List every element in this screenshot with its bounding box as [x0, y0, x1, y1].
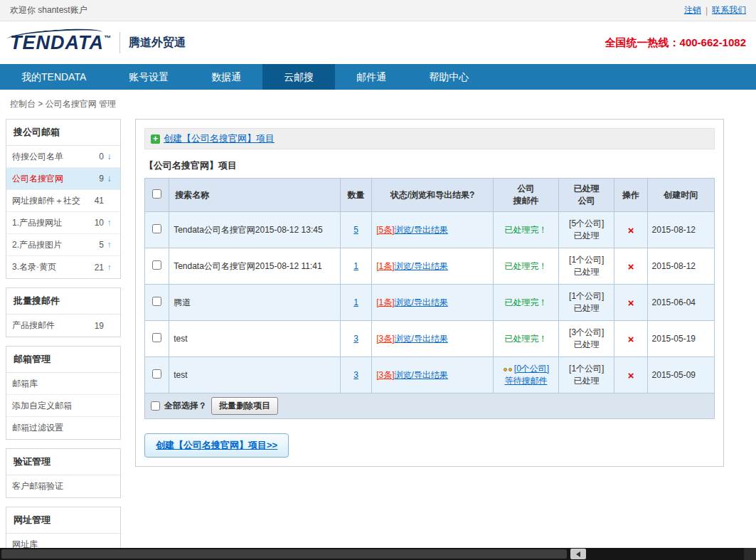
search-name-cell: test	[169, 357, 341, 393]
processed-label: 已处理	[563, 339, 609, 351]
sidebar-item-product-search-email[interactable]: 产品搜邮件 19	[6, 315, 120, 337]
page: 欢迎你 shantest账户 注销 | 联系我们 TENDATA ™ 腾道外贸通…	[0, 0, 756, 560]
sidebar-item-customer-email-verification[interactable]: 客户邮箱验证	[6, 475, 120, 497]
nav-tab-my-tendata[interactable]: 我的TENDATA	[0, 64, 107, 90]
welcome-text: 欢迎你 shantest账户	[10, 4, 87, 16]
sidebar-item-count: 41	[91, 196, 104, 206]
sidebar-item-count: 10	[91, 218, 104, 228]
sidebar-item-label: 邮箱过滤设置	[12, 422, 115, 434]
plus-icon: +	[151, 134, 160, 144]
sidebar-item-label: 1.产品搜网址	[12, 217, 91, 229]
sidebar-item-url-search-social[interactable]: 网址搜邮件＋社交 41	[6, 190, 120, 212]
view-export-link[interactable]: 浏览/导出结果	[395, 225, 448, 235]
quantity-link[interactable]: 5	[353, 225, 358, 235]
delete-icon[interactable]: ×	[628, 224, 634, 236]
nav-tab-cloud-mail-search[interactable]: 云邮搜	[262, 64, 335, 90]
logout-link[interactable]: 注销	[684, 4, 701, 16]
content: 搜公司邮箱 待搜公司名单 0 ↓ 公司名搜官网 9 ↓ 网址搜邮件＋社交 41	[0, 117, 756, 560]
result-count-link[interactable]: [3条]	[376, 334, 394, 344]
quantity-link[interactable]: 1	[353, 261, 358, 271]
batch-delete-button[interactable]: 批量删除项目	[211, 397, 278, 415]
topbar: 欢迎你 shantest账户 注销 | 联系我们	[0, 0, 756, 21]
contact-us-link[interactable]: 联系我们	[712, 4, 746, 16]
sidebar-item-label: 3.名录·黄页	[12, 261, 91, 273]
waiting-label-link[interactable]: 等待搜邮件	[498, 375, 554, 387]
delete-icon[interactable]: ×	[628, 297, 634, 309]
view-export-link[interactable]: 浏览/导出结果	[395, 334, 448, 344]
search-name-cell: test	[169, 321, 341, 357]
delete-icon[interactable]: ×	[628, 369, 634, 381]
mail-status-text: 已处理完！	[504, 297, 547, 307]
result-count-link[interactable]: [1条]	[376, 297, 394, 307]
sidebar-section-batch-search-email: 批量搜邮件 产品搜邮件 19	[6, 287, 121, 337]
quantity-link[interactable]: 3	[353, 370, 358, 380]
create-project-button[interactable]: 创建【公司名搜官网】项目>>	[144, 433, 289, 458]
sidebar-section-title: 批量搜邮件	[6, 288, 120, 315]
mail-status-text: 已处理完！	[504, 225, 547, 235]
select-all-label: 全部选择？	[164, 400, 207, 412]
table-footer: 全部选择？ 批量删除项目	[144, 393, 715, 419]
search-name-cell: Tendata公司名搜官网2015-08-12 11:41	[169, 248, 341, 285]
sidebar-item-label: 公司名搜官网	[12, 173, 91, 185]
arrow-down-icon: ↓	[104, 174, 115, 184]
scrollbar-thumb[interactable]	[1, 549, 567, 559]
sidebar-item-product-search-image[interactable]: 2.产品搜图片 5 ↑	[6, 234, 120, 256]
view-export-link[interactable]: 浏览/导出结果	[395, 261, 448, 271]
hotline-text: 全国统一热线：400-662-1082	[605, 36, 746, 50]
sidebar-item-mailbox-filter-settings[interactable]: 邮箱过滤设置	[6, 417, 120, 439]
row-checkbox[interactable]	[152, 260, 161, 270]
result-count-link[interactable]: [1条]	[376, 261, 394, 271]
main-nav: 我的TENDATA 账号设置 数据通 云邮搜 邮件通 帮助中心	[0, 64, 756, 90]
row-checkbox[interactable]	[152, 369, 161, 379]
main-panel: + 创建【公司名搜官网】项目 【公司名搜官网】项目 搜索名称 数量 状态/浏览和…	[135, 119, 724, 467]
arrow-up-icon: ↑	[104, 240, 115, 250]
nav-tab-help-center[interactable]: 帮助中心	[408, 64, 490, 90]
nav-tab-account-settings[interactable]: 账号设置	[107, 64, 190, 90]
arrow-up-icon: ↑	[104, 218, 115, 228]
header-select-checkbox[interactable]	[152, 189, 161, 199]
delete-icon[interactable]: ×	[628, 333, 634, 345]
row-checkbox[interactable]	[152, 224, 161, 233]
col-header-processed: 已处理 公司	[559, 179, 614, 212]
col-header-company-mail: 公司 搜邮件	[493, 179, 558, 212]
sidebar-item-directory-yellow-pages[interactable]: 3.名录·黄页 21 ↑	[6, 256, 120, 278]
horizontal-scrollbar[interactable]	[0, 548, 756, 560]
delete-icon[interactable]: ×	[628, 260, 634, 273]
sidebar-item-pending-company-list[interactable]: 待搜公司名单 0 ↓	[6, 146, 120, 168]
sidebar-item-count: 5	[91, 240, 104, 250]
arrow-up-icon: ↑	[104, 263, 115, 273]
select-all-checkbox[interactable]	[151, 401, 160, 411]
create-project-link[interactable]: 创建【公司名搜官网】项目	[164, 132, 275, 145]
result-count-link[interactable]: [3条]	[376, 370, 394, 380]
result-count-link[interactable]: [5条]	[376, 225, 394, 235]
sidebar-item-label: 产品搜邮件	[12, 319, 91, 332]
sidebar-item-company-name-search[interactable]: 公司名搜官网 9 ↓	[6, 168, 120, 190]
nav-tab-datatong[interactable]: 数据通	[190, 64, 262, 90]
waiting-count-link[interactable]: [0个公司]	[514, 364, 549, 374]
quantity-link[interactable]: 1	[353, 297, 358, 307]
processed-count: [3个公司]	[563, 327, 609, 339]
sidebar-item-add-custom-mailbox[interactable]: 添加自定义邮箱	[6, 395, 120, 417]
sidebar-item-product-search-url[interactable]: 1.产品搜网址 10 ↑	[6, 212, 120, 234]
header: TENDATA ™ 腾道外贸通 全国统一热线：400-662-1082	[0, 21, 756, 64]
col-header-created: 创建时间	[647, 179, 714, 212]
quantity-link[interactable]: 3	[353, 334, 358, 344]
processed-count: [5个公司]	[563, 218, 609, 230]
nav-tab-mailtong[interactable]: 邮件通	[335, 64, 408, 90]
view-export-link[interactable]: 浏览/导出结果	[395, 370, 448, 380]
sidebar-item-count: 21	[91, 263, 104, 273]
scrollbar-arrow-button[interactable]	[570, 549, 586, 559]
tendata-logo: TENDATA ™	[10, 32, 111, 54]
sidebar-section-title: 验证管理	[6, 449, 120, 475]
row-checkbox[interactable]	[152, 297, 161, 306]
view-export-link[interactable]: 浏览/导出结果	[395, 297, 448, 307]
row-checkbox[interactable]	[152, 333, 161, 342]
sidebar-item-mailbox-library[interactable]: 邮箱库	[6, 373, 120, 395]
sidebar-item-label: 待搜公司名单	[12, 151, 91, 163]
processed-label: 已处理	[563, 375, 609, 387]
processed-count: [1个公司]	[563, 363, 609, 375]
processed-label: 已处理	[563, 302, 609, 315]
processed-count: [1个公司]	[563, 290, 609, 302]
processed-label: 已处理	[563, 230, 609, 242]
sidebar-item-label: 2.产品搜图片	[12, 239, 91, 251]
